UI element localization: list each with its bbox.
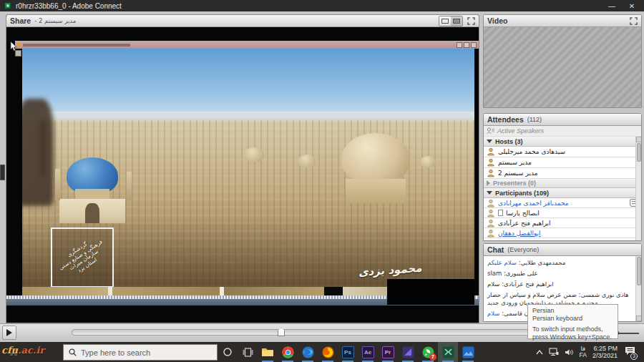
shared-window-menu (23, 44, 130, 47)
fullscreen-icon[interactable] (467, 17, 475, 25)
layout-single-icon[interactable] (439, 16, 451, 26)
attendee-row-host[interactable]: سیدهادی محمد میرجلیلی (484, 147, 641, 157)
taskbar-clock[interactable]: 6:25 PM 2/3/2021 (592, 345, 618, 359)
active-speakers-row[interactable]: Active Speakers (484, 126, 641, 137)
chat-sender: ابراهیم فتح عزآبادی (504, 280, 554, 288)
participants-section-header[interactable]: Participants (109) (484, 188, 641, 198)
taskbar-search[interactable] (63, 344, 218, 361)
chat-pod-header[interactable]: Chat (Everyone) (484, 244, 641, 256)
share-pod: Share - مدیر سیستم 2 (6, 14, 479, 323)
file-explorer-icon (261, 347, 274, 357)
chat-message: محمدمهدی طلایی: سلام علیکم (487, 259, 638, 267)
minimize-button[interactable]: — (604, 2, 620, 10)
scrollbar-thumb[interactable] (637, 257, 641, 285)
tray-chevron-icon[interactable] (536, 350, 543, 355)
presenters-section-header[interactable]: Presenters (0) (484, 179, 641, 188)
collapse-triangle-icon[interactable] (487, 191, 492, 195)
share-layout-toggle[interactable] (439, 16, 463, 26)
pod-edge-handle[interactable] (0, 165, 5, 180)
attendee-row-participant[interactable]: ابراهیم فتح عزآبادی (484, 218, 641, 228)
layout-filmstrip-icon[interactable] (451, 16, 462, 26)
volume-icon[interactable] (565, 348, 574, 356)
whatsapp-button[interactable]: 7 (418, 342, 438, 362)
scroll-down-icon[interactable] (636, 315, 642, 321)
adobe-connect-button[interactable] (438, 342, 458, 362)
premiere-button[interactable]: Pr (378, 342, 398, 362)
close-button[interactable]: ✕ (624, 2, 640, 10)
window-titlebar: r0hrzr33bb66_0 - Adobe Connect — ✕ (0, 0, 644, 11)
search-input[interactable] (81, 348, 203, 357)
media-app-icon (402, 346, 414, 358)
network-icon[interactable] (549, 348, 559, 356)
language-indicator[interactable]: فا FA (580, 346, 587, 358)
play-button[interactable] (2, 326, 16, 340)
hosts-section-header[interactable]: Hosts (3) (484, 137, 641, 147)
video-pod-header[interactable]: Video (484, 15, 641, 27)
attendees-pod: Attendees (112) Active Speakers Hosts (3… (483, 113, 642, 241)
start-button[interactable]: cfu.ac.ir (0, 342, 31, 362)
notification-badge: 3 (630, 353, 638, 360)
shared-maximize-icon (464, 42, 469, 48)
attendees-title: Attendees (487, 115, 524, 124)
taskbar: cfu.ac.ir (0, 342, 644, 362)
chrome-icon (282, 346, 294, 358)
small-dome-3 (420, 156, 436, 167)
chat-message: علی طیبوری: slam (487, 270, 638, 278)
clock-date: 2/3/2021 (592, 352, 618, 359)
file-explorer-button[interactable] (258, 342, 278, 362)
collapse-triangle-icon[interactable] (487, 140, 492, 143)
chat-sender: علی طیبوری (506, 270, 538, 277)
fullscreen-icon[interactable] (630, 17, 638, 25)
photoshop-icon: Ps (342, 346, 354, 358)
hosts-header-label: Hosts (3) (495, 138, 523, 145)
attendee-row-participant[interactable]: محمدباقر احمدی مهرابادی (484, 198, 641, 208)
firefox-icon (322, 346, 334, 358)
scroll-up-icon[interactable] (636, 137, 642, 142)
tooltip-keyboard: Persian keyboard (532, 315, 613, 323)
shared-window-controls (457, 42, 477, 48)
presenters-header-label: Presenters (0) (493, 180, 536, 187)
film-frame (224, 287, 324, 295)
participant-avatar-icon (487, 209, 495, 217)
cortana-button[interactable] (218, 342, 238, 362)
aftereffects-button[interactable]: Ae (358, 342, 378, 362)
minaret-left (55, 169, 60, 200)
premiere-icon: Pr (382, 346, 394, 358)
attendee-row-host[interactable]: مدیر سیستم (484, 157, 641, 168)
photos-button[interactable] (458, 342, 478, 362)
window-title: r0hrzr33bb66_0 - Adobe Connect (16, 2, 122, 10)
chrome-button[interactable] (278, 342, 298, 362)
action-center-button[interactable]: 3 (625, 346, 635, 358)
small-dome-2 (298, 155, 316, 167)
attendee-row-participant[interactable]: ابوالفضل دهقان (484, 228, 641, 238)
expand-triangle-icon[interactable] (487, 180, 490, 186)
attendee-name: ابوالفضل دهقان (498, 230, 541, 237)
scrollbar-thumb[interactable] (637, 143, 641, 162)
attendee-row-participant[interactable]: ابصالح پارسا (484, 208, 641, 218)
large-beige-dome (341, 133, 410, 185)
shared-close-icon (471, 42, 477, 48)
media-app-button[interactable] (398, 342, 418, 362)
active-speakers-icon (487, 127, 494, 134)
share-pod-header[interactable]: Share - مدیر سیستم 2 (6, 15, 479, 27)
chat-sender: هادی نوری شمسی (580, 291, 628, 298)
whatsapp-badge: 7 (429, 353, 436, 361)
chat-scope: (Everyone) (507, 246, 539, 253)
chat-scrollbar[interactable] (635, 256, 641, 321)
shared-window-titlebar (15, 41, 479, 49)
participant-avatar-icon (487, 229, 495, 238)
cortana-icon (223, 347, 233, 357)
task-view-button[interactable] (238, 342, 258, 362)
watermark-logo: گردشگری فرهنگی و صنایع دستی سازمان میراث… (51, 228, 114, 288)
firefox-button[interactable] (318, 342, 338, 362)
search-icon (69, 348, 77, 356)
attendees-scrollbar[interactable] (635, 137, 641, 241)
photoshop-button[interactable]: Ps (338, 342, 358, 362)
attendee-row-host[interactable]: مدیر سیستم 2 (484, 168, 641, 179)
edge-button[interactable] (298, 342, 318, 362)
video-pod-empty-area (484, 27, 641, 107)
play-icon (6, 329, 12, 336)
seek-track[interactable] (72, 329, 587, 336)
input-method-tooltip: Persian Persian keyboard To switch input… (527, 304, 618, 339)
attendees-pod-header[interactable]: Attendees (112) (484, 114, 641, 126)
